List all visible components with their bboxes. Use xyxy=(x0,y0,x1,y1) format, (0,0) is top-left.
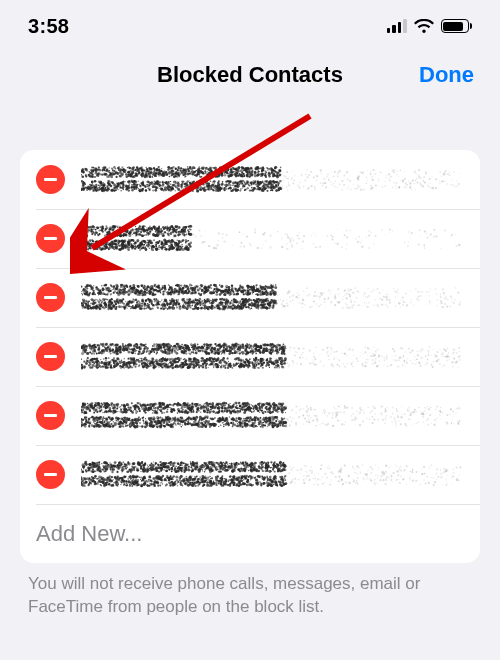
svg-point-7198 xyxy=(188,416,190,418)
list-item[interactable] xyxy=(20,150,480,209)
svg-point-5695 xyxy=(381,355,383,357)
list-item[interactable] xyxy=(20,209,480,268)
svg-point-6996 xyxy=(83,406,85,408)
svg-point-5512 xyxy=(206,357,209,360)
svg-point-1223 xyxy=(150,171,153,174)
svg-point-3638 xyxy=(99,289,101,291)
svg-point-7423 xyxy=(355,416,357,418)
svg-point-5202 xyxy=(253,346,254,347)
remove-contact-button[interactable] xyxy=(36,283,65,312)
list-item[interactable] xyxy=(20,268,480,327)
svg-point-1270 xyxy=(82,168,85,171)
svg-point-8956 xyxy=(399,468,401,470)
svg-point-7344 xyxy=(289,424,291,426)
svg-point-3322 xyxy=(225,288,227,290)
svg-point-5795 xyxy=(323,365,325,367)
svg-point-3834 xyxy=(113,292,114,293)
list-item[interactable] xyxy=(20,327,480,386)
svg-point-2137 xyxy=(143,225,145,227)
svg-point-7293 xyxy=(332,424,334,426)
svg-point-5456 xyxy=(212,350,214,352)
svg-point-994 xyxy=(234,184,237,187)
svg-point-8294 xyxy=(189,481,191,483)
svg-point-1587 xyxy=(283,171,284,172)
remove-contact-button[interactable] xyxy=(36,165,65,194)
svg-point-9070 xyxy=(290,481,292,483)
svg-point-3905 xyxy=(218,307,221,310)
remove-contact-button[interactable] xyxy=(36,342,65,371)
svg-point-1161 xyxy=(91,184,93,186)
svg-point-3812 xyxy=(244,289,246,291)
svg-point-1140 xyxy=(90,185,91,186)
svg-point-8700 xyxy=(177,481,179,483)
svg-point-3866 xyxy=(175,302,177,304)
svg-point-2413 xyxy=(370,231,372,233)
svg-point-8501 xyxy=(189,475,191,477)
svg-point-2260 xyxy=(161,229,163,231)
svg-point-5315 xyxy=(191,345,192,346)
svg-point-9085 xyxy=(307,475,309,477)
svg-point-6949 xyxy=(209,405,211,407)
svg-point-9183 xyxy=(398,478,399,479)
svg-point-7022 xyxy=(257,406,259,408)
svg-point-617 xyxy=(175,190,176,191)
svg-point-8309 xyxy=(192,475,193,476)
svg-point-7276 xyxy=(394,416,396,418)
svg-point-1226 xyxy=(228,182,230,184)
svg-point-8899 xyxy=(234,462,236,464)
svg-point-985 xyxy=(198,186,199,187)
svg-point-3275 xyxy=(93,285,94,286)
remove-contact-button[interactable] xyxy=(36,401,65,430)
svg-point-7438 xyxy=(397,414,398,415)
svg-point-6028 xyxy=(128,404,130,406)
svg-point-5001 xyxy=(94,346,96,348)
svg-point-3799 xyxy=(197,307,200,310)
svg-point-5758 xyxy=(452,365,454,367)
svg-point-2423 xyxy=(355,238,356,239)
svg-point-1554 xyxy=(404,170,405,171)
svg-point-5264 xyxy=(183,363,185,365)
svg-point-1113 xyxy=(168,171,171,174)
done-button[interactable]: Done xyxy=(419,62,474,88)
svg-point-5749 xyxy=(392,356,393,357)
list-item[interactable] xyxy=(20,386,480,445)
svg-point-7394 xyxy=(302,414,304,416)
svg-point-6891 xyxy=(139,410,141,412)
svg-point-8722 xyxy=(198,469,201,472)
svg-point-7457 xyxy=(327,415,328,416)
svg-point-5176 xyxy=(209,352,211,354)
svg-point-3227 xyxy=(82,298,83,299)
svg-point-5606 xyxy=(421,356,423,358)
svg-point-221 xyxy=(244,181,246,183)
svg-point-3659 xyxy=(116,291,118,293)
svg-point-5663 xyxy=(436,351,438,353)
svg-point-8848 xyxy=(110,466,112,468)
svg-point-5496 xyxy=(262,349,265,352)
svg-point-6727 xyxy=(113,424,115,426)
remove-contact-button[interactable] xyxy=(36,224,65,253)
svg-point-5098 xyxy=(146,349,148,351)
svg-point-8883 xyxy=(277,467,280,470)
svg-point-5281 xyxy=(87,359,89,361)
svg-point-5407 xyxy=(223,346,225,348)
svg-point-4132 xyxy=(319,298,320,299)
svg-point-3652 xyxy=(141,291,144,294)
svg-point-7471 xyxy=(434,424,435,425)
svg-point-6694 xyxy=(237,410,239,412)
svg-point-5356 xyxy=(133,351,135,353)
svg-point-8483 xyxy=(215,466,216,467)
svg-point-7359 xyxy=(310,416,311,417)
svg-point-9063 xyxy=(317,483,319,485)
remove-contact-button[interactable] xyxy=(36,460,65,489)
add-new-row[interactable]: Add New... xyxy=(20,504,480,563)
svg-point-5640 xyxy=(331,363,333,365)
page-title: Blocked Contacts xyxy=(157,62,343,88)
svg-point-8867 xyxy=(142,463,145,466)
svg-point-3584 xyxy=(136,303,137,304)
svg-point-5470 xyxy=(105,359,107,361)
list-item[interactable] xyxy=(20,445,480,504)
svg-point-2247 xyxy=(93,243,94,244)
svg-point-5569 xyxy=(134,348,135,349)
svg-point-5440 xyxy=(132,358,134,360)
svg-point-1436 xyxy=(367,179,368,180)
